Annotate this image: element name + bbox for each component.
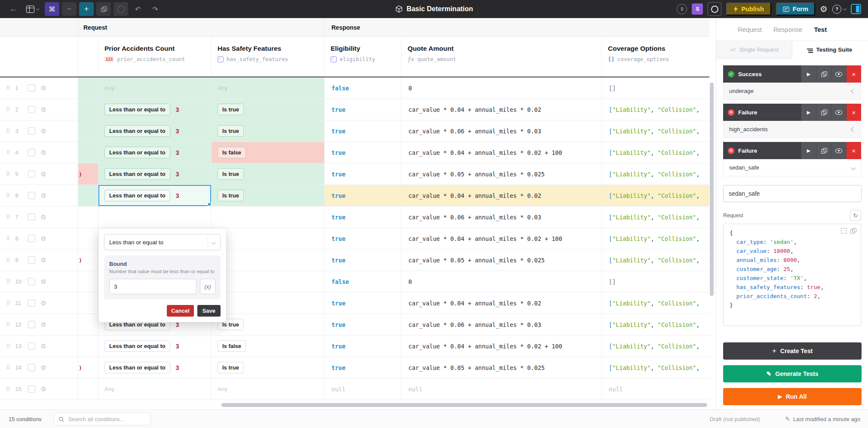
coverage-options-cell[interactable]: ["Liability", "Collision", (602, 142, 709, 163)
command-button[interactable]: ⌘ (45, 2, 59, 16)
drag-handle-icon[interactable]: ⠿ (6, 235, 10, 242)
row-settings-icon[interactable]: ⚙ (41, 84, 46, 92)
quote-amount-cell[interactable]: car_value * 0.04 + annual_miles * 0.02 (402, 99, 602, 120)
safety-features-cell[interactable]: Is false (212, 142, 325, 163)
refresh-button[interactable]: ↻ (850, 210, 861, 221)
safety-features-cell[interactable]: Is true (212, 185, 325, 206)
column-header-eligibility[interactable]: Eligibility eligibility (325, 37, 402, 77)
row-checkbox[interactable] (28, 106, 35, 113)
row-checkbox[interactable] (28, 278, 35, 285)
row-checkbox[interactable] (28, 170, 35, 178)
eligibility-cell[interactable]: true (325, 228, 402, 249)
quote-amount-cell[interactable]: car_value * 0.06 + annual_miles * 0.03 (402, 120, 602, 142)
prior-accidents-cell[interactable]: Less than or equal to3 (98, 336, 212, 357)
column-header-coverage-options[interactable]: Coverage Options []coverage_options (602, 37, 709, 77)
row-settings-icon[interactable]: ⚙ (41, 256, 46, 264)
cancel-button[interactable]: Cancel (167, 305, 194, 317)
run-all-button[interactable]: ▶Run All (723, 388, 862, 405)
safety-features-cell[interactable]: Is true (212, 357, 325, 378)
delete-test-button[interactable]: × (846, 104, 861, 121)
coverage-options-cell[interactable]: ["Liability", "Collision", (602, 357, 709, 378)
safety-features-cell[interactable] (212, 271, 325, 292)
quote-amount-cell[interactable]: car_value * 0.04 + annual_miles * 0.02 +… (402, 336, 602, 357)
eligibility-cell[interactable]: true (325, 249, 402, 271)
drag-handle-icon[interactable]: ⠿ (6, 364, 10, 371)
row-settings-icon[interactable]: ⚙ (41, 213, 46, 221)
undo-button[interactable]: ↶ (131, 2, 145, 16)
coverage-options-cell[interactable]: ["Liability", "Collision", (602, 185, 709, 206)
quote-amount-cell[interactable]: null (402, 379, 602, 400)
view-test-button[interactable] (831, 104, 846, 121)
row-settings-icon[interactable]: ⚙ (41, 342, 46, 350)
row-settings-icon[interactable]: ⚙ (41, 106, 46, 114)
row-checkbox[interactable] (28, 321, 35, 328)
horizontal-scrollbar[interactable] (221, 403, 707, 407)
drag-handle-icon[interactable]: ⠿ (6, 85, 10, 91)
row-checkbox[interactable] (28, 213, 35, 221)
coverage-options-cell[interactable]: ["Liability", "Collision", (602, 120, 709, 142)
prior-accidents-cell[interactable]: Less than or equal to3 (98, 120, 212, 142)
row-settings-icon[interactable]: ⚙ (41, 149, 46, 157)
coverage-options-cell[interactable]: ["Liability", "Collision", (602, 163, 709, 185)
drag-handle-icon[interactable]: ⠿ (6, 128, 10, 134)
view-test-button[interactable] (831, 142, 846, 159)
quote-amount-cell[interactable]: car_value * 0.04 + annual_miles * 0.02 +… (402, 142, 602, 163)
safety-features-cell[interactable]: Is true (212, 120, 325, 142)
column-header-quote-amount[interactable]: Quote Amount ƒxquote_amount (402, 37, 602, 77)
row-checkbox[interactable] (28, 364, 35, 371)
coverage-options-cell[interactable]: ["Liability", "Collision", (602, 99, 709, 120)
coverage-options-cell[interactable]: ["Liability", "Collision", (602, 249, 709, 271)
eligibility-cell[interactable]: true (325, 357, 402, 378)
user-avatar[interactable] (708, 2, 721, 16)
row-settings-icon[interactable]: ⚙ (41, 170, 46, 178)
drag-handle-icon[interactable]: ⠿ (6, 300, 10, 306)
redo-button[interactable]: ↷ (148, 2, 163, 16)
row-checkbox[interactable] (28, 84, 35, 92)
run-test-button[interactable]: ▶ (801, 65, 816, 83)
safety-features-cell[interactable] (212, 228, 325, 249)
remove-row-button[interactable]: − (62, 2, 77, 16)
bound-input[interactable] (109, 279, 196, 294)
watchers-icon[interactable]: 0 (677, 4, 687, 14)
prior-accidents-cell[interactable] (98, 206, 212, 228)
quote-amount-cell[interactable]: car_value * 0.05 + annual_miles * 0.025 (402, 357, 602, 378)
quote-amount-cell[interactable]: 0 (402, 77, 602, 99)
eligibility-cell[interactable]: true (325, 206, 402, 228)
row-checkbox[interactable] (28, 192, 35, 199)
prior-accidents-cell[interactable]: Less than or equal to3 (98, 99, 212, 120)
row-checkbox[interactable] (28, 256, 35, 264)
table-view-icon[interactable] (23, 2, 42, 16)
prior-accidents-cell[interactable]: Less than or equal to3 (98, 142, 212, 163)
view-test-button[interactable] (831, 65, 846, 83)
row-checkbox[interactable] (28, 385, 35, 393)
drag-handle-icon[interactable]: ⠿ (6, 343, 10, 349)
row-checkbox[interactable] (28, 299, 35, 307)
safety-features-cell[interactable]: Is true (212, 163, 325, 185)
coverage-options-cell[interactable]: ["Liability", "Collision", (602, 293, 709, 314)
create-test-button[interactable]: +Create Test (723, 342, 862, 360)
request-json-editor[interactable]: { car_type: 'sedan', car_value: 18000, a… (723, 224, 861, 326)
quote-amount-cell[interactable]: car_value * 0.06 + annual_miles * 0.03 (402, 206, 602, 228)
avatar[interactable]: S (692, 3, 703, 15)
settings-gear-icon[interactable]: ⚙ (820, 4, 828, 14)
quote-amount-cell[interactable]: 0 (402, 271, 602, 292)
row-settings-icon[interactable]: ⚙ (41, 235, 46, 243)
safety-features-cell[interactable]: Is true (212, 314, 325, 335)
eligibility-cell[interactable]: true (325, 120, 402, 142)
prior-accidents-cell[interactable]: Less than or equal to3 (98, 357, 212, 378)
eligibility-cell[interactable]: true (325, 185, 402, 206)
coverage-options-cell[interactable]: ["Liability", "Collision", (602, 228, 709, 249)
duplicate-test-button[interactable] (816, 104, 831, 121)
run-test-button[interactable]: ▶ (801, 142, 816, 159)
expression-mode-button[interactable]: (x) (200, 279, 215, 294)
safety-features-cell[interactable]: Is true (212, 99, 325, 120)
test-name-row[interactable]: high_accidents (723, 121, 861, 138)
eligibility-cell[interactable]: true (325, 99, 402, 120)
eligibility-cell[interactable]: false (325, 77, 402, 99)
form-button[interactable]: Form (776, 3, 815, 15)
vertical-scrollbar[interactable] (710, 83, 714, 296)
quote-amount-cell[interactable]: car_value * 0.05 + annual_miles * 0.025 (402, 249, 602, 271)
row-checkbox[interactable] (28, 235, 35, 242)
safety-features-cell[interactable]: Is false (212, 336, 325, 357)
column-header-prior-accidents[interactable]: Prior Accidents Count 123prior_accidents… (98, 37, 212, 77)
